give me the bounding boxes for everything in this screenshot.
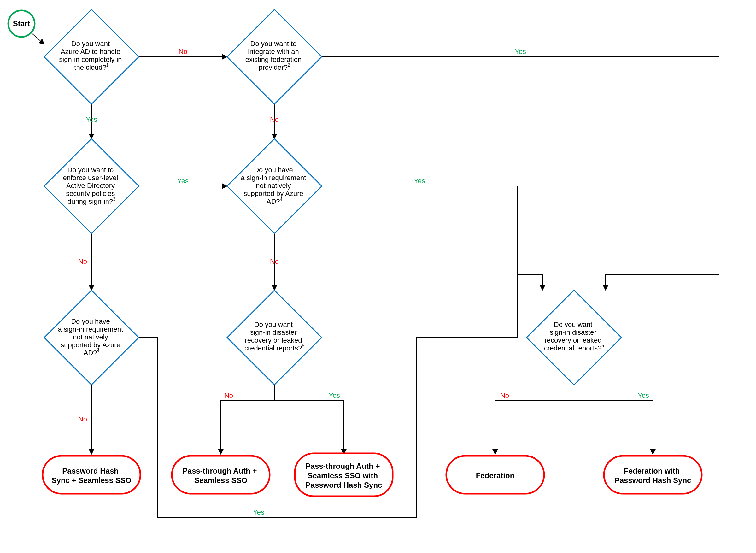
label-d5-no: No	[78, 415, 87, 423]
decision-d7: Do you want sign-in disaster recovery or…	[527, 290, 621, 385]
edge-d7-no	[495, 401, 574, 454]
edge-d4-yes	[322, 186, 542, 290]
label-d7-no: No	[500, 391, 509, 399]
label-d1-yes: Yes	[86, 115, 97, 123]
t4-text: Federation	[476, 471, 515, 480]
start-node: Start	[8, 10, 35, 37]
flowchart-canvas: Yes No No Yes No Yes No Yes No Yes No Ye…	[0, 0, 756, 553]
edge-d6-yes	[274, 401, 344, 454]
decision-d1: Do you want Azure AD to handle sign-in c…	[44, 9, 139, 104]
terminator-t5: Federation with Password Hash Sync	[604, 456, 702, 494]
label-d2-yes: Yes	[515, 48, 526, 56]
edge-d6-no	[221, 401, 274, 454]
terminator-t1: Password Hash Sync + Seamless SSO	[43, 456, 140, 494]
t3-text: Pass-through Auth + Seamless SSO with Pa…	[306, 462, 382, 489]
edge-start-d1	[31, 33, 44, 44]
label-d4-yes: Yes	[414, 177, 425, 185]
label-d1-no: No	[178, 48, 187, 56]
label-d4-no: No	[270, 257, 279, 265]
decision-d3: Do you want to enforce user-level Active…	[44, 139, 139, 233]
d3-text: Do you want to enforce user-level Active…	[63, 166, 120, 205]
label-d3-yes: Yes	[177, 177, 189, 185]
label-d6-yes: Yes	[329, 391, 340, 399]
start-label: Start	[13, 19, 30, 28]
label-d7-yes: Yes	[638, 391, 649, 399]
decision-d6: Do you want sign-in disaster recovery or…	[227, 290, 322, 385]
terminator-t3: Pass-through Auth + Seamless SSO with Pa…	[295, 453, 393, 496]
terminator-t4: Federation	[446, 456, 544, 494]
label-d2-no: No	[270, 115, 279, 123]
decision-d2: Do you want to integrate with an existin…	[227, 9, 322, 104]
edge-d7-yes	[574, 401, 653, 454]
terminator-t2: Pass-through Auth + Seamless SSO	[172, 456, 270, 494]
edge-d2-yes	[322, 57, 719, 290]
label-d3-no: No	[78, 257, 87, 265]
label-d5-yes: Yes	[253, 508, 264, 516]
decision-d5: Do you have a sign-in requirement not na…	[44, 290, 139, 385]
label-d6-no: No	[224, 391, 233, 399]
decision-d4: Do you have a sign-in requirement not na…	[227, 139, 322, 233]
